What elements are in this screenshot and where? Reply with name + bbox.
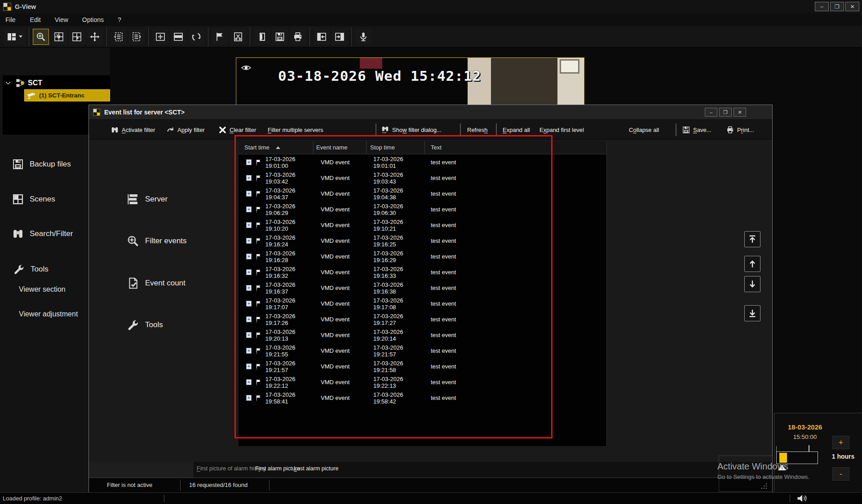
minimize-button[interactable]: – <box>815 2 829 11</box>
activate-filter-button[interactable]: Activate filter <box>111 120 155 140</box>
event-row[interactable]: +17-03-2026 19:03:42VMD event17-03-2026 … <box>239 170 606 186</box>
event-row[interactable]: +17-03-2026 19:17:07VMD event17-03-2026 … <box>239 296 606 311</box>
strip-next-button[interactable] <box>128 29 145 45</box>
expand-toggle[interactable]: + <box>246 379 252 385</box>
column-header-stop-time[interactable]: Stop time <box>367 141 425 154</box>
microphone-button[interactable] <box>355 29 371 45</box>
sidebar-item-tools[interactable]: Tools <box>13 263 49 276</box>
expand-first-level-button[interactable]: Expand first level <box>539 120 584 140</box>
event-row[interactable]: +17-03-2026 19:04:37VMD event17-03-2026 … <box>239 186 606 202</box>
expand-toggle[interactable]: + <box>246 395 252 401</box>
timeline-zoom-out-button[interactable]: - <box>832 467 849 481</box>
dialog-nav-event-count[interactable]: Event count <box>126 276 186 290</box>
menu-view[interactable]: View <box>53 16 70 23</box>
cut-box-button[interactable] <box>230 29 246 45</box>
apply-filter-button[interactable]: Apply filter <box>166 120 205 140</box>
print-button[interactable]: Print... <box>726 120 754 140</box>
scroll-to-top-button[interactable] <box>744 231 760 247</box>
strip-prev-button[interactable] <box>111 29 127 45</box>
save-button[interactable]: Save... <box>682 120 711 140</box>
expand-toggle[interactable]: + <box>246 175 252 181</box>
expand-toggle[interactable]: + <box>246 316 252 322</box>
event-row[interactable]: +17-03-2026 19:21:55VMD event17-03-2026 … <box>239 343 606 359</box>
grid-cursor-button[interactable] <box>69 29 85 45</box>
expand-toggle[interactable]: + <box>246 301 252 307</box>
sidebar-item-backup-files[interactable]: Backup files <box>12 158 71 171</box>
menu-help[interactable]: ? <box>116 16 123 23</box>
event-row[interactable]: +17-03-2026 19:58:41VMD event17-03-2026 … <box>239 390 606 406</box>
scroll-to-bottom-button[interactable] <box>744 305 760 321</box>
zoom-search-button[interactable] <box>33 29 49 45</box>
dialog-maximize-button[interactable]: ❐ <box>719 108 732 117</box>
sidebar-link-viewer-section[interactable]: Viewer section <box>19 285 66 294</box>
event-row[interactable]: +17-03-2026 19:16:24VMD event17-03-2026 … <box>239 233 606 249</box>
close-button[interactable]: ✕ <box>845 2 859 11</box>
event-row[interactable]: +17-03-2026 19:20:13VMD event17-03-2026 … <box>239 327 606 343</box>
expand-toggle[interactable]: + <box>246 269 252 275</box>
event-row[interactable]: +17-03-2026 19:10:20VMD event17-03-2026 … <box>239 217 606 233</box>
expand-toggle[interactable]: + <box>246 206 252 212</box>
expand-toggle[interactable]: + <box>246 332 252 338</box>
column-header-text[interactable]: Text <box>425 141 606 154</box>
panel-left-button[interactable] <box>314 29 330 45</box>
expand-toggle[interactable]: + <box>246 285 252 291</box>
timeline-zoom-in-button[interactable]: + <box>832 436 849 449</box>
move-cross-button[interactable] <box>87 29 103 45</box>
box-bar-button[interactable] <box>170 29 186 45</box>
event-row[interactable]: +17-03-2026 19:17:26VMD event17-03-2026 … <box>239 311 606 327</box>
event-row[interactable]: +17-03-2026 19:16:37VMD event17-03-2026 … <box>239 280 606 296</box>
event-row[interactable]: +17-03-2026 19:16:28VMD event17-03-2026 … <box>239 249 606 264</box>
menu-options[interactable]: Options <box>80 16 106 23</box>
timeline-marker-handle[interactable] <box>778 465 786 470</box>
expand-toggle[interactable]: + <box>246 364 252 369</box>
collapse-all-button[interactable]: Collapse all <box>629 120 659 140</box>
save-floppy-button[interactable] <box>272 29 288 45</box>
resize-grip[interactable] <box>761 483 768 490</box>
timeline-track[interactable] <box>776 451 818 464</box>
event-row[interactable]: +17-03-2026 19:06:29VMD event17-03-2026 … <box>239 202 606 217</box>
expand-toggle[interactable]: + <box>246 191 252 197</box>
printer-button[interactable] <box>290 29 306 45</box>
expand-toggle[interactable]: + <box>246 159 252 165</box>
sidebar-item-scenes[interactable]: Scenes <box>12 193 55 206</box>
video-tile[interactable]: 03-18-2026 Wed 15:42:12 <box>236 57 584 107</box>
event-row[interactable]: +17-03-2026 19:22:12VMD event17-03-2026 … <box>239 374 606 390</box>
grid-arrow-button[interactable] <box>51 29 67 45</box>
expand-toggle[interactable]: + <box>246 222 252 228</box>
event-row[interactable]: +17-03-2026 19:21:57VMD event17-03-2026 … <box>239 359 606 374</box>
refresh-button[interactable]: Refresh <box>467 120 488 140</box>
clear-filter-button[interactable]: Clear filter <box>218 120 256 140</box>
expand-toggle[interactable]: + <box>246 348 252 354</box>
event-row[interactable]: +17-03-2026 19:01:00VMD event17-03-2026 … <box>239 154 606 170</box>
box-move-button[interactable] <box>152 29 168 45</box>
tree-node-camera-selected[interactable]: (1) SCT-Entranc <box>24 89 110 101</box>
event-row[interactable]: +17-03-2026 19:16:32VMD event17-03-2026 … <box>239 264 606 280</box>
menu-edit[interactable]: Edit <box>28 16 43 23</box>
last-alarm-picture-link[interactable]: Last alarm picture <box>294 465 338 472</box>
scroll-up-button[interactable] <box>744 256 760 272</box>
flag-button[interactable] <box>212 29 228 45</box>
show-filter-dialog-button[interactable]: Show filter dialog... <box>381 120 442 140</box>
tree-node-sct[interactable]: SCT <box>4 78 42 88</box>
layout-grid-button[interactable] <box>4 29 25 45</box>
speaker-icon[interactable] <box>796 494 809 503</box>
scroll-down-button[interactable] <box>744 276 760 292</box>
expand-toggle[interactable]: + <box>246 254 252 259</box>
dialog-nav-tools[interactable]: Tools <box>126 318 163 332</box>
export-door-button[interactable] <box>254 29 270 45</box>
dialog-nav-filter-events[interactable]: Filter events <box>126 234 187 248</box>
menu-file[interactable]: File <box>4 16 18 23</box>
expand-all-button[interactable]: Expand all <box>503 120 530 140</box>
column-header-event-name[interactable]: Event name <box>314 141 367 154</box>
sidebar-link-viewer-adjustment[interactable]: Viewer adjustment <box>19 310 78 318</box>
panel-right-button[interactable] <box>332 29 348 45</box>
chevron-down-icon[interactable] <box>4 79 12 87</box>
filter-multiple-servers-button[interactable]: Filter multiple servers <box>268 120 323 140</box>
sidebar-item-search-filter[interactable]: Search/Filter <box>12 228 73 240</box>
dialog-close-button[interactable]: ✕ <box>734 108 746 117</box>
dialog-minimize-button[interactable]: – <box>705 108 717 117</box>
restore-button[interactable]: ❐ <box>830 2 844 11</box>
expand-toggle[interactable]: + <box>246 238 252 244</box>
column-header-start-time[interactable]: Start time <box>239 141 314 154</box>
dialog-nav-server[interactable]: Server <box>126 193 168 206</box>
